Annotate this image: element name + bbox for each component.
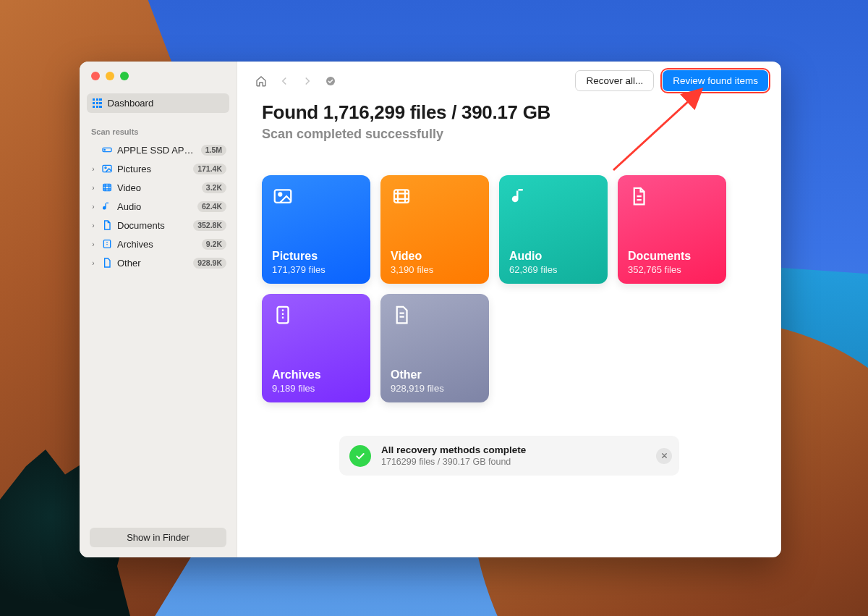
tile-label: Archives <box>272 368 360 381</box>
sidebar-item-label: Documents <box>117 220 189 231</box>
tile-label: Audio <box>509 250 597 263</box>
count-badge: 352.8K <box>193 220 226 231</box>
status-detail: 1716299 files / 390.17 GB found <box>381 457 526 467</box>
tile-label: Other <box>391 368 479 381</box>
sidebar-item-label: Archives <box>117 239 197 250</box>
svg-point-8 <box>278 193 281 196</box>
archive-icon <box>101 238 113 250</box>
tile-count: 3,190 files <box>391 264 479 275</box>
content-area: Found 1,716,299 files / 390.17 GB Scan c… <box>237 98 781 557</box>
picture-icon <box>272 185 360 210</box>
sidebar-section-title: Scan results <box>87 113 229 140</box>
tile-documents[interactable]: Documents 352,765 files <box>618 175 726 284</box>
sidebar-item-label: Other <box>117 258 189 269</box>
sidebar-item-label: Video <box>117 182 197 193</box>
sidebar-item-other[interactable]: › Other 928.9K <box>87 253 229 272</box>
chevron-right-icon: › <box>90 184 97 192</box>
sidebar-item-archives[interactable]: › Archives 9.2K <box>87 235 229 253</box>
tile-label: Pictures <box>272 250 360 263</box>
chevron-right-icon: › <box>90 221 97 229</box>
file-icon <box>391 304 479 329</box>
app-window: Dashboard Scan results APPLE SSD AP0… 1.… <box>80 62 781 557</box>
review-found-items-button[interactable]: Review found items <box>663 70 768 91</box>
picture-icon <box>101 163 113 174</box>
document-icon <box>101 219 113 231</box>
status-card: All recovery methods complete 1716299 fi… <box>339 436 679 476</box>
nav-back-button[interactable] <box>273 72 295 90</box>
sidebar-item-documents[interactable]: › Documents 352.8K <box>87 216 229 235</box>
music-note-icon <box>101 201 113 212</box>
category-tiles: Pictures 171,379 files Video 3,190 files <box>262 175 757 402</box>
sidebar-item-label: Pictures <box>117 164 189 174</box>
sidebar-item-video[interactable]: › Video 3.2K <box>87 178 229 197</box>
toolbar: Recover all... Review found items <box>237 62 781 98</box>
home-button[interactable] <box>250 72 272 90</box>
tile-count: 62,369 files <box>509 264 597 275</box>
tile-count: 9,189 files <box>272 383 360 394</box>
count-badge: 171.4K <box>193 164 226 174</box>
tile-other[interactable]: Other 928,919 files <box>380 294 489 402</box>
svg-rect-9 <box>394 190 409 203</box>
recover-all-button[interactable]: Recover all... <box>575 70 654 91</box>
sidebar-item-drive[interactable]: APPLE SSD AP0… 1.5M <box>87 140 229 159</box>
count-badge: 9.2K <box>202 239 226 250</box>
count-badge: 1.5M <box>201 145 226 156</box>
nav-forward-button[interactable] <box>297 72 318 90</box>
tile-count: 352,765 files <box>628 264 716 275</box>
count-badge: 928.9K <box>193 258 226 269</box>
sidebar-item-label: Dashboard <box>108 98 154 109</box>
film-icon <box>391 185 479 210</box>
count-badge: 3.2K <box>202 182 226 193</box>
check-circle-icon <box>349 445 371 467</box>
sidebar-item-audio[interactable]: › Audio 62.4K <box>87 197 229 216</box>
summary-headline: Found 1,716,299 files / 390.17 GB <box>262 101 757 124</box>
summary-subhead: Scan completed successfully <box>262 127 757 142</box>
sidebar-item-dashboard[interactable]: Dashboard <box>87 93 229 113</box>
main-pane: Recover all... Review found items Found … <box>237 62 781 557</box>
window-close-button[interactable] <box>91 72 100 80</box>
count-badge: 62.4K <box>197 201 226 212</box>
tile-audio[interactable]: Audio 62,369 files <box>499 175 608 284</box>
tile-count: 171,379 files <box>272 264 360 275</box>
tile-label: Documents <box>628 250 716 263</box>
tile-archives[interactable]: Archives 9,189 files <box>262 294 370 402</box>
svg-rect-4 <box>103 184 111 190</box>
tile-label: Video <box>391 250 479 263</box>
status-title: All recovery methods complete <box>381 444 526 455</box>
music-note-icon <box>509 185 597 210</box>
file-icon <box>101 257 113 269</box>
hdd-icon <box>101 144 113 156</box>
sidebar: Dashboard Scan results APPLE SSD AP0… 1.… <box>80 62 237 557</box>
tile-count: 928,919 files <box>391 383 479 394</box>
status-close-button[interactable] <box>656 448 672 464</box>
window-maximize-button[interactable] <box>120 72 129 80</box>
film-icon <box>101 182 113 193</box>
svg-point-1 <box>104 149 105 150</box>
scan-status-icon[interactable] <box>320 72 341 90</box>
sidebar-item-label: APPLE SSD AP0… <box>117 145 197 156</box>
tile-video[interactable]: Video 3,190 files <box>380 175 489 284</box>
window-traffic-lights <box>80 62 237 93</box>
chevron-right-icon: › <box>90 240 97 248</box>
chevron-right-icon: › <box>90 203 97 211</box>
dashboard-grid-icon <box>93 98 102 108</box>
window-minimize-button[interactable] <box>106 72 114 80</box>
archive-icon <box>272 304 360 329</box>
show-in-finder-button[interactable]: Show in Finder <box>90 528 226 547</box>
document-icon <box>628 185 716 210</box>
sidebar-item-pictures[interactable]: › Pictures 171.4K <box>87 159 229 178</box>
sidebar-item-label: Audio <box>117 201 193 212</box>
tile-pictures[interactable]: Pictures 171,379 files <box>262 175 370 284</box>
chevron-right-icon: › <box>90 165 97 173</box>
svg-point-3 <box>105 167 106 169</box>
chevron-right-icon: › <box>90 259 97 267</box>
